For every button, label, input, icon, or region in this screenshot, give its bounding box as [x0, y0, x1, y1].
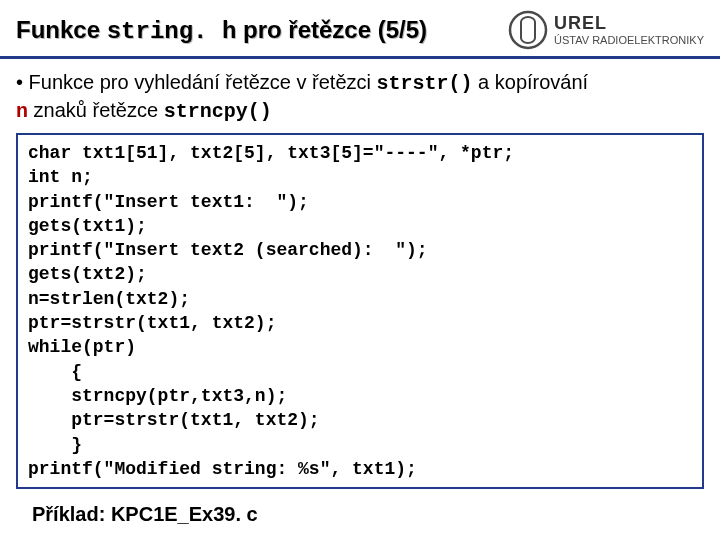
code-line: while(ptr) [28, 337, 136, 357]
code-line: printf("Insert text2 (searched): "); [28, 240, 428, 260]
desc-part2: a kopírování [473, 71, 589, 93]
code-line: printf("Insert text1: "); [28, 192, 309, 212]
code-line: { [28, 362, 82, 382]
code-line: gets(txt1); [28, 216, 147, 236]
title-pre: Funkce [16, 16, 107, 43]
slide-header: Funkce string. h pro řetězce (5/5) UREL … [0, 0, 720, 59]
desc-part1: Funkce pro vyhledání řetězce v řetězci [23, 71, 377, 93]
description-text: • Funkce pro vyhledání řetězce v řetězci… [16, 69, 704, 125]
code-line: ptr=strstr(txt1, txt2); [28, 410, 320, 430]
bullet-icon: • [16, 71, 23, 93]
institution-logo: UREL ÚSTAV RADIOELEKTRONIKY [508, 10, 704, 50]
code-line: gets(txt2); [28, 264, 147, 284]
slide-content: • Funkce pro vyhledání řetězce v řetězci… [0, 59, 720, 530]
func-strncpy: strncpy() [164, 100, 272, 123]
example-reference: Příklad: KPC1E_Ex39. c [16, 499, 704, 530]
title-mono: string. h [107, 18, 237, 45]
urel-logo-icon [508, 10, 548, 50]
code-line: n=strlen(txt2); [28, 289, 190, 309]
logo-sub: ÚSTAV RADIOELEKTRONIKY [554, 34, 704, 46]
func-strstr: strstr() [377, 72, 473, 95]
title-post: pro řetězce (5/5) [236, 16, 427, 43]
code-line: strncpy(ptr,txt3,n); [28, 386, 287, 406]
code-line: printf("Modified string: %s", txt1); [28, 459, 417, 479]
code-line: int n; [28, 167, 93, 187]
code-line: char txt1[51], txt2[5], txt3[5]="----", … [28, 143, 514, 163]
code-line: ptr=strstr(txt1, txt2); [28, 313, 276, 333]
desc-part3: znaků řetězce [28, 99, 164, 121]
slide-title: Funkce string. h pro řetězce (5/5) [16, 16, 508, 45]
n-variable: n [16, 100, 28, 123]
code-line: } [28, 435, 82, 455]
code-example: char txt1[51], txt2[5], txt3[5]="----", … [16, 133, 704, 489]
logo-text-block: UREL ÚSTAV RADIOELEKTRONIKY [554, 13, 704, 46]
logo-brand: UREL [554, 13, 704, 34]
